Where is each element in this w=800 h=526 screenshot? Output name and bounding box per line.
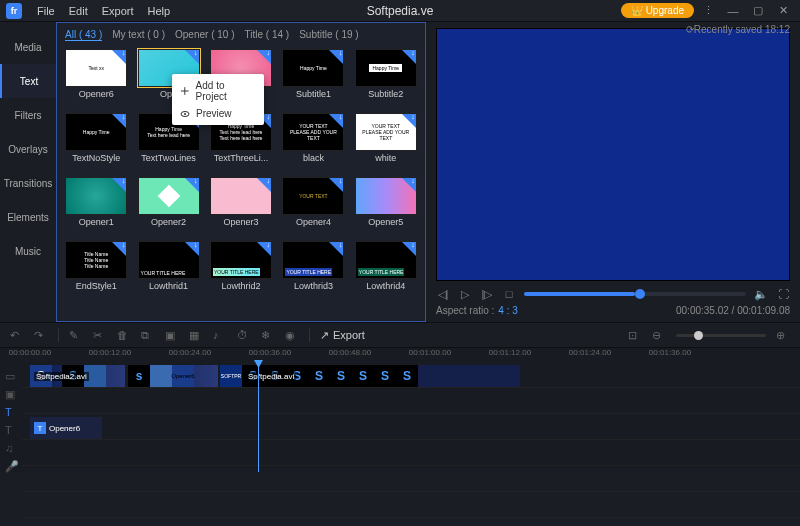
- track-heads: ▭ ▣ T T ♫ 🎤: [0, 364, 22, 472]
- zoom-in-icon[interactable]: ⊕: [776, 328, 790, 342]
- template-item[interactable]: YOUR TITLE HERE↓Lowthrid2: [208, 241, 274, 299]
- edit-icon[interactable]: ✎: [69, 328, 83, 342]
- template-item[interactable]: Happy Time↓Subtitle2: [353, 49, 419, 107]
- pace-icon[interactable]: ⏱: [237, 328, 251, 342]
- minimize-icon[interactable]: —: [722, 2, 744, 20]
- preview-panel: ◁| ▷ |▷ □ 🔈 ⛶ Aspect ratio : 4 : 3 00:00…: [426, 22, 800, 322]
- copy-icon[interactable]: ⧉: [141, 328, 155, 342]
- recently-saved: ⟳Recently saved 18:12: [686, 24, 790, 35]
- video-clip[interactable]: sOpener6: [128, 365, 218, 387]
- titlebar: fr File Edit Export Help Softpedia.ve 👑 …: [0, 0, 800, 22]
- zoom-slider[interactable]: [676, 334, 766, 337]
- play-icon[interactable]: ▷: [458, 287, 472, 301]
- sidebar-elements[interactable]: Elements: [0, 200, 56, 234]
- template-item[interactable]: Title NameTitle NameTitle Name↓EndStyle1: [63, 241, 129, 299]
- template-item[interactable]: YOUR TITLE HERE↓Lowthrid3: [280, 241, 346, 299]
- template-item[interactable]: YOUR TITLE HERE↓Lowthrid1: [135, 241, 201, 299]
- audio-icon[interactable]: ♪: [213, 328, 227, 342]
- video-clip[interactable]: SOFTPR Softpedia.avi SSS SSS SS: [220, 365, 520, 387]
- menu-edit[interactable]: Edit: [62, 5, 95, 17]
- playback-controls: ◁| ▷ |▷ □ 🔈 ⛶: [436, 281, 790, 303]
- delete-icon[interactable]: 🗑: [117, 328, 131, 342]
- template-item[interactable]: Happy Time↓TextNoStyle: [63, 113, 129, 171]
- sidebar: Media Text Filters Overlays Transitions …: [0, 22, 56, 322]
- track-body[interactable]: SSoftpedia2.aviS sOpener6 SOFTPR Softped…: [22, 364, 800, 472]
- sidebar-transitions[interactable]: Transitions: [0, 166, 56, 200]
- time-display: 00:00:35.02 / 00:01:09.08: [676, 305, 790, 316]
- template-item[interactable]: ↓Opener3: [208, 177, 274, 235]
- ctx-add-to-project[interactable]: Add to Project: [172, 77, 264, 105]
- ctx-preview[interactable]: Preview: [172, 105, 264, 122]
- fullscreen-icon[interactable]: ⛶: [776, 287, 790, 301]
- timeline-toolbar: ↶ ↷ ✎ ✂ 🗑 ⧉ ▣ ▦ ♪ ⏱ ❄ ◉ ↗ Export ⊡ ⊖ ⊕: [0, 322, 800, 348]
- svg-point-1: [184, 113, 186, 115]
- time-ruler[interactable]: 00:00:00.00 00:00:12.00 00:00:24.00 00:0…: [0, 348, 800, 364]
- app-logo: fr: [6, 3, 22, 19]
- tab-all[interactable]: All ( 43 ): [65, 29, 102, 41]
- pip-track-icon[interactable]: ▣: [5, 388, 17, 400]
- audio-track-icon[interactable]: ♫: [5, 442, 17, 454]
- template-item[interactable]: ↓Opener2: [135, 177, 201, 235]
- document-title: Softpedia.ve: [367, 4, 434, 18]
- template-item[interactable]: YOUR TEXT↓Opener4: [280, 177, 346, 235]
- timeline: 00:00:00.00 00:00:12.00 00:00:24.00 00:0…: [0, 348, 800, 472]
- aspect-value[interactable]: 4 : 3: [498, 305, 517, 316]
- context-menu: Add to Project Preview: [172, 74, 264, 125]
- close-icon[interactable]: ✕: [772, 2, 794, 20]
- template-item[interactable]: Happy Time↓Subtitle1: [280, 49, 346, 107]
- seek-slider[interactable]: [524, 292, 746, 296]
- sidebar-media[interactable]: Media: [0, 30, 56, 64]
- tab-mytext[interactable]: My text ( 0 ): [112, 29, 165, 41]
- undo-icon[interactable]: ↶: [10, 328, 24, 342]
- template-item[interactable]: YOUR TITLE HERE↓Lowthrid4: [353, 241, 419, 299]
- export-button[interactable]: ↗ Export: [320, 329, 365, 342]
- redo-icon[interactable]: ↷: [34, 328, 48, 342]
- record-icon[interactable]: ◉: [285, 328, 299, 342]
- template-item[interactable]: ↓Opener5: [353, 177, 419, 235]
- menu-help[interactable]: Help: [141, 5, 178, 17]
- template-item[interactable]: YOUR TEXTPLEASE ADD YOUR TEXT↓black: [280, 113, 346, 171]
- freeze-icon[interactable]: ❄: [261, 328, 275, 342]
- crop-icon[interactable]: ▣: [165, 328, 179, 342]
- cut-icon[interactable]: ✂: [93, 328, 107, 342]
- preview-canvas[interactable]: [436, 28, 790, 281]
- next-frame-icon[interactable]: |▷: [480, 287, 494, 301]
- sidebar-music[interactable]: Music: [0, 234, 56, 268]
- template-item[interactable]: Text xx↓Opener6: [63, 49, 129, 107]
- tab-subtitle[interactable]: Subtitle ( 19 ): [299, 29, 358, 41]
- template-item[interactable]: ↓Opener1: [63, 177, 129, 235]
- stop-icon[interactable]: □: [502, 287, 516, 301]
- video-track-icon[interactable]: ▭: [5, 370, 17, 382]
- plus-icon: [180, 86, 190, 96]
- text2-track-icon[interactable]: T: [5, 424, 17, 436]
- fit-icon[interactable]: ⊡: [628, 328, 642, 342]
- prev-frame-icon[interactable]: ◁|: [436, 287, 450, 301]
- text-track-icon[interactable]: T: [5, 406, 17, 418]
- text-clip[interactable]: TOpener6: [30, 417, 102, 439]
- sidebar-overlays[interactable]: Overlays: [0, 132, 56, 166]
- video-clip[interactable]: SSoftpedia2.aviS: [30, 365, 125, 387]
- templates-panel: All ( 43 ) My text ( 0 ) Opener ( 10 ) T…: [56, 22, 426, 322]
- download-icon: ↓: [122, 49, 126, 56]
- template-item[interactable]: YOUR TEXTPLEASE ADD YOUR TEXT↓white: [353, 113, 419, 171]
- menu-icon[interactable]: ⋮: [697, 2, 719, 20]
- eye-icon: [180, 109, 190, 119]
- zoom-out-icon[interactable]: ⊖: [652, 328, 666, 342]
- mosaic-icon[interactable]: ▦: [189, 328, 203, 342]
- sidebar-text[interactable]: Text: [0, 64, 56, 98]
- tab-title[interactable]: Title ( 14 ): [245, 29, 290, 41]
- tab-opener[interactable]: Opener ( 10 ): [175, 29, 234, 41]
- mic-track-icon[interactable]: 🎤: [5, 460, 17, 472]
- menu-file[interactable]: File: [30, 5, 62, 17]
- maximize-icon[interactable]: ▢: [747, 2, 769, 20]
- playhead[interactable]: [258, 364, 259, 472]
- menu-export[interactable]: Export: [95, 5, 141, 17]
- sidebar-filters[interactable]: Filters: [0, 98, 56, 132]
- template-tabs: All ( 43 ) My text ( 0 ) Opener ( 10 ) T…: [57, 23, 425, 47]
- volume-icon[interactable]: 🔈: [754, 287, 768, 301]
- aspect-label: Aspect ratio :: [436, 305, 494, 316]
- upgrade-button[interactable]: 👑 Upgrade: [621, 3, 694, 18]
